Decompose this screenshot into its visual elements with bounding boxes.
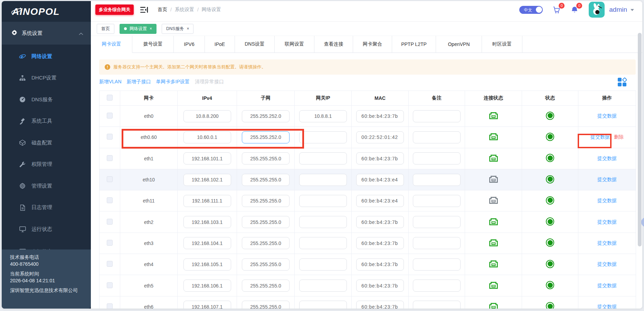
mac-input[interactable]	[356, 258, 404, 271]
settings-tab-7[interactable]: 查看连接	[314, 36, 353, 53]
row-checkbox[interactable]	[107, 176, 113, 182]
submit-data-link[interactable]: 提交数据	[597, 177, 617, 182]
mac-input[interactable]	[356, 174, 404, 186]
subnet-input[interactable]	[242, 195, 290, 207]
remark-input[interactable]	[413, 195, 461, 207]
sidebar-item-9[interactable]: 运行状态	[2, 218, 91, 240]
logo[interactable]: AINOPOL	[2, 1, 91, 22]
mac-input[interactable]	[356, 152, 404, 164]
gateway-input[interactable]	[299, 216, 347, 228]
subnet-input[interactable]	[242, 174, 290, 186]
layout-grid-icon[interactable]	[617, 77, 627, 87]
user-menu-caret-icon[interactable]	[631, 9, 634, 13]
settings-tab-4[interactable]: IPoE	[205, 36, 235, 53]
mac-input[interactable]	[356, 280, 404, 292]
sidebar-item-8[interactable]: 日志管理	[2, 197, 91, 219]
row-checkbox[interactable]	[107, 197, 113, 203]
settings-tab-9[interactable]: PPTP L2TP	[392, 36, 436, 53]
gateway-input[interactable]	[299, 174, 347, 186]
row-checkbox[interactable]	[107, 261, 113, 267]
subnet-input[interactable]	[242, 237, 290, 249]
action-link-2[interactable]: 新增子接口	[127, 79, 151, 85]
settings-tab-3[interactable]: IPV6	[174, 36, 205, 53]
sidebar-item-5[interactable]: 磁盘配置	[2, 132, 91, 154]
submit-data-link[interactable]: 提交数据	[590, 134, 610, 140]
gateway-input[interactable]	[299, 237, 347, 249]
sidebar-item-7[interactable]: 管理设置	[2, 175, 91, 197]
remark-input[interactable]	[413, 258, 461, 271]
subnet-input[interactable]	[242, 280, 290, 292]
remark-input[interactable]	[413, 174, 461, 186]
ipv4-input[interactable]	[183, 301, 231, 309]
close-tab-icon[interactable]: ×	[187, 26, 189, 31]
sidebar-item-4[interactable]: 系统工具	[2, 111, 91, 132]
submit-data-link[interactable]: 提交数据	[597, 113, 617, 119]
mac-input[interactable]	[356, 237, 404, 249]
avatar[interactable]	[589, 2, 605, 18]
gateway-input[interactable]	[299, 258, 347, 271]
subnet-input[interactable]	[242, 258, 290, 271]
action-link-3[interactable]: 单网卡多IP设置	[156, 79, 190, 85]
remark-input[interactable]	[413, 110, 461, 122]
sidebar-item-3[interactable]: DNS服务	[2, 89, 91, 111]
remark-input[interactable]	[413, 131, 461, 143]
close-tab-icon[interactable]: ×	[150, 26, 152, 31]
submit-data-link[interactable]: 提交数据	[597, 219, 617, 225]
remark-input[interactable]	[413, 280, 461, 292]
settings-tab-5[interactable]: DNS设置	[235, 36, 275, 53]
settings-tab-2[interactable]: 拨号设置	[132, 36, 174, 53]
submit-data-link[interactable]: 提交数据	[597, 304, 617, 309]
submit-data-link[interactable]: 提交数据	[597, 261, 617, 267]
delete-link[interactable]: 删除	[614, 134, 624, 140]
mac-input[interactable]	[356, 301, 404, 309]
submit-data-link[interactable]: 提交数据	[597, 240, 617, 246]
subnet-input[interactable]	[242, 110, 290, 122]
remark-input[interactable]	[413, 152, 461, 164]
subnet-input[interactable]	[242, 216, 290, 228]
ipv4-input[interactable]	[183, 152, 231, 164]
settings-tab-10[interactable]: OpenVPN	[436, 36, 482, 53]
settings-tab-11[interactable]: 时区设置	[482, 36, 522, 53]
row-checkbox[interactable]	[107, 134, 113, 140]
row-checkbox[interactable]	[107, 303, 113, 309]
select-all-checkbox[interactable]	[107, 95, 113, 101]
gateway-input[interactable]	[299, 195, 347, 207]
submit-data-link[interactable]: 提交数据	[597, 283, 617, 288]
row-checkbox[interactable]	[107, 282, 113, 288]
sidebar-item-1[interactable]: e网络设置	[2, 46, 91, 67]
ipv4-input[interactable]	[183, 280, 231, 292]
collapse-sidebar-icon[interactable]	[140, 7, 148, 13]
action-link-4[interactable]: 清理异常接口	[195, 79, 224, 85]
ipv4-input[interactable]	[183, 237, 231, 249]
subnet-input[interactable]	[242, 301, 290, 309]
subnet-input[interactable]	[242, 131, 290, 143]
ipv4-input[interactable]	[183, 195, 231, 207]
gateway-input[interactable]	[299, 301, 347, 309]
vertical-scrollbar[interactable]	[638, 33, 642, 246]
breadcrumb-home[interactable]: 首页	[158, 7, 167, 13]
page-tab-2[interactable]: 网络设置×	[120, 24, 157, 34]
page-tab-1[interactable]: 首页	[97, 24, 114, 34]
mac-input[interactable]	[356, 110, 404, 122]
cart-button[interactable]: 0	[552, 6, 561, 14]
breadcrumb-system-settings[interactable]: 系统设置	[175, 7, 194, 13]
sidebar-item-2[interactable]: DHCP设置	[2, 67, 91, 89]
remark-input[interactable]	[413, 301, 461, 309]
subnet-input[interactable]	[242, 152, 290, 164]
sidebar-item-6[interactable]: 权限管理	[2, 154, 91, 176]
settings-tab-8[interactable]: 网卡聚合	[353, 36, 392, 53]
notifications-button[interactable]: 0	[570, 6, 579, 14]
settings-tab-1[interactable]: 网卡设置	[91, 36, 132, 53]
remark-input[interactable]	[413, 237, 461, 249]
ipv4-input[interactable]	[183, 258, 231, 271]
action-link-1[interactable]: 新增VLAN	[99, 79, 122, 85]
gateway-input[interactable]	[299, 280, 347, 292]
submit-data-link[interactable]: 提交数据	[597, 156, 617, 161]
gateway-input[interactable]	[299, 131, 347, 143]
remark-input[interactable]	[413, 216, 461, 228]
language-toggle[interactable]: 中文	[519, 6, 543, 14]
mac-input[interactable]	[356, 131, 404, 143]
user-name[interactable]: admin	[609, 6, 627, 13]
gateway-input[interactable]	[299, 110, 347, 122]
gateway-input[interactable]	[299, 152, 347, 164]
